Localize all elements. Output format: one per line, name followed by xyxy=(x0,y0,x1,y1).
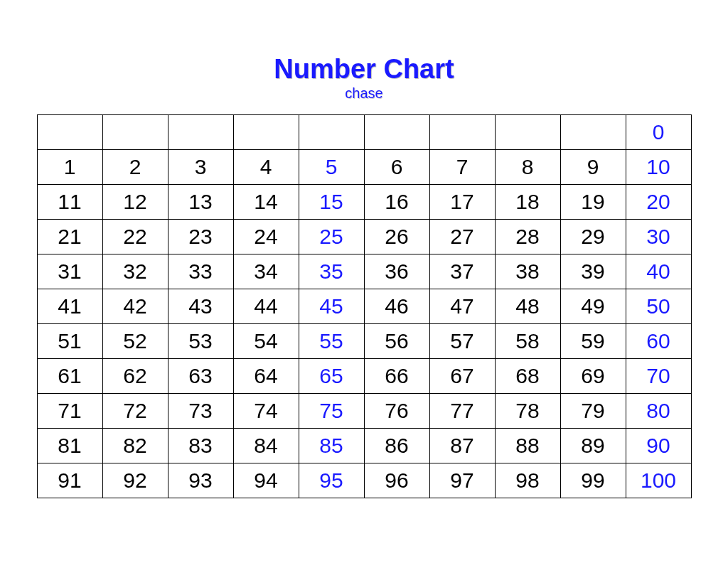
table-cell: 16 xyxy=(364,184,429,219)
page-title: Number Chart xyxy=(0,55,728,84)
table-cell: 63 xyxy=(168,358,233,393)
table-cell: 50 xyxy=(626,289,691,323)
table-cell: 69 xyxy=(560,358,626,393)
table-cell: 76 xyxy=(364,393,429,428)
table-cell: 52 xyxy=(102,323,168,358)
table-cell: 4 xyxy=(233,149,299,184)
table-cell: 3 xyxy=(168,149,233,184)
table-cell: 0 xyxy=(626,114,691,149)
table-cell: 53 xyxy=(168,323,233,358)
table-cell: 35 xyxy=(299,254,364,289)
table-cell: 22 xyxy=(102,219,168,254)
table-cell: 51 xyxy=(37,323,102,358)
table-cell: 98 xyxy=(495,463,560,498)
table-cell: 36 xyxy=(364,254,429,289)
table-cell: 8 xyxy=(495,149,560,184)
table-cell: 86 xyxy=(364,428,429,463)
table-cell: 12 xyxy=(102,184,168,219)
table-cell: 95 xyxy=(299,463,364,498)
table-cell: 82 xyxy=(102,428,168,463)
table-cell: 1 xyxy=(37,149,102,184)
table-cell xyxy=(495,114,560,149)
table-row: 11121314151617181920 xyxy=(37,184,691,219)
table-cell: 99 xyxy=(560,463,626,498)
table-cell: 94 xyxy=(233,463,299,498)
page-subtitle: chase xyxy=(0,85,728,102)
table-cell: 71 xyxy=(37,393,102,428)
table-cell: 37 xyxy=(429,254,495,289)
table-cell: 54 xyxy=(233,323,299,358)
table-row: 0 xyxy=(37,114,691,149)
table-cell: 92 xyxy=(102,463,168,498)
table-cell: 91 xyxy=(37,463,102,498)
table-cell: 47 xyxy=(429,289,495,323)
table-cell: 88 xyxy=(495,428,560,463)
table-row: 21222324252627282930 xyxy=(37,219,691,254)
table-cell: 10 xyxy=(626,149,691,184)
table-cell: 100 xyxy=(626,463,691,498)
table-cell: 42 xyxy=(102,289,168,323)
table-cell: 57 xyxy=(429,323,495,358)
table-cell xyxy=(429,114,495,149)
table-cell: 25 xyxy=(299,219,364,254)
number-chart-body: 0123456789101112131415161718192021222324… xyxy=(37,114,691,498)
table-cell: 60 xyxy=(626,323,691,358)
table-cell: 29 xyxy=(560,219,626,254)
table-cell: 6 xyxy=(364,149,429,184)
table-row: 61626364656667686970 xyxy=(37,358,691,393)
table-cell xyxy=(37,114,102,149)
table-cell: 2 xyxy=(102,149,168,184)
table-row: 41424344454647484950 xyxy=(37,289,691,323)
table-row: 919293949596979899100 xyxy=(37,463,691,498)
table-cell: 30 xyxy=(626,219,691,254)
table-cell: 44 xyxy=(233,289,299,323)
table-cell: 73 xyxy=(168,393,233,428)
table-row: 12345678910 xyxy=(37,149,691,184)
table-cell: 43 xyxy=(168,289,233,323)
table-cell: 77 xyxy=(429,393,495,428)
table-cell: 59 xyxy=(560,323,626,358)
table-cell: 84 xyxy=(233,428,299,463)
table-cell: 27 xyxy=(429,219,495,254)
table-row: 51525354555657585960 xyxy=(37,323,691,358)
table-cell: 67 xyxy=(429,358,495,393)
table-cell: 97 xyxy=(429,463,495,498)
table-cell: 26 xyxy=(364,219,429,254)
table-cell: 72 xyxy=(102,393,168,428)
table-cell: 62 xyxy=(102,358,168,393)
table-cell: 93 xyxy=(168,463,233,498)
table-cell: 21 xyxy=(37,219,102,254)
table-row: 71727374757677787980 xyxy=(37,393,691,428)
table-cell xyxy=(233,114,299,149)
table-cell: 33 xyxy=(168,254,233,289)
table-cell: 83 xyxy=(168,428,233,463)
table-cell: 64 xyxy=(233,358,299,393)
table-cell: 20 xyxy=(626,184,691,219)
table-cell: 45 xyxy=(299,289,364,323)
table-cell: 48 xyxy=(495,289,560,323)
table-cell: 65 xyxy=(299,358,364,393)
table-cell: 56 xyxy=(364,323,429,358)
table-cell: 31 xyxy=(37,254,102,289)
table-row: 31323334353637383940 xyxy=(37,254,691,289)
table-cell: 58 xyxy=(495,323,560,358)
table-cell: 46 xyxy=(364,289,429,323)
table-cell: 18 xyxy=(495,184,560,219)
table-cell: 79 xyxy=(560,393,626,428)
table-cell: 74 xyxy=(233,393,299,428)
table-cell xyxy=(299,114,364,149)
table-cell: 19 xyxy=(560,184,626,219)
table-cell: 15 xyxy=(299,184,364,219)
table-cell: 68 xyxy=(495,358,560,393)
table-cell: 32 xyxy=(102,254,168,289)
table-cell: 23 xyxy=(168,219,233,254)
table-cell: 24 xyxy=(233,219,299,254)
table-cell xyxy=(560,114,626,149)
table-cell: 17 xyxy=(429,184,495,219)
table-cell: 89 xyxy=(560,428,626,463)
table-cell: 75 xyxy=(299,393,364,428)
table-cell: 90 xyxy=(626,428,691,463)
table-cell: 87 xyxy=(429,428,495,463)
table-cell: 61 xyxy=(37,358,102,393)
table-cell xyxy=(364,114,429,149)
